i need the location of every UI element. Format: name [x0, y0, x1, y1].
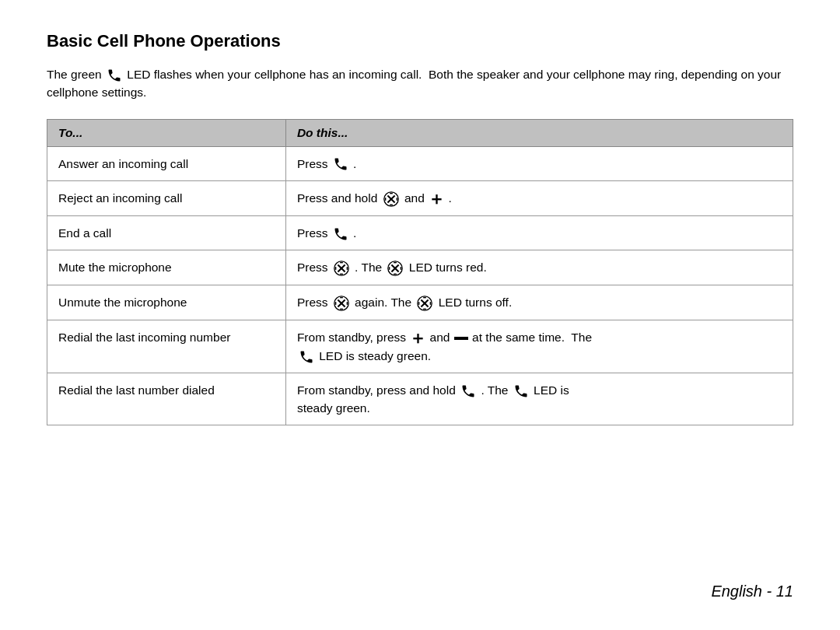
- page-title: Basic Cell Phone Operations: [47, 31, 793, 51]
- table-row: Unmute the microphone Press again. The L…: [47, 285, 793, 320]
- mute-icon: [333, 295, 350, 312]
- dash-icon: [454, 337, 468, 340]
- phone-icon: [299, 349, 314, 365]
- row-to: Mute the microphone: [47, 250, 286, 285]
- page-number: English - 11: [711, 583, 793, 600]
- mute-icon: [387, 260, 404, 277]
- phone-icon: [333, 226, 348, 242]
- intro-text: The green LED flashes when your cellphon…: [47, 65, 793, 102]
- mute-icon: [333, 260, 350, 277]
- table-row: Mute the microphone Press . The LED turn…: [47, 250, 793, 285]
- plus-icon: ＋: [409, 330, 426, 347]
- row-do: From standby, press and hold . The LED i…: [285, 373, 793, 425]
- row-to: Answer an incoming call: [47, 146, 286, 180]
- mute-icon: [416, 295, 433, 312]
- plus-icon: ＋: [428, 191, 445, 208]
- table-row: Answer an incoming call Press .: [47, 146, 793, 180]
- phone-icon: [460, 383, 476, 399]
- row-do: From standby, press ＋ and at the same ti…: [285, 320, 793, 373]
- operations-table: To... Do this... Answer an incoming call…: [47, 119, 793, 426]
- col-header-to: To...: [47, 119, 286, 146]
- row-do: Press .: [285, 215, 793, 250]
- table-row: Redial the last number dialed From stand…: [47, 373, 793, 425]
- phone-icon-intro: [107, 68, 122, 83]
- col-header-do: Do this...: [285, 119, 793, 146]
- row-to: Redial the last number dialed: [47, 373, 286, 425]
- row-to: Unmute the microphone: [47, 285, 286, 320]
- row-to: Redial the last incoming number: [47, 320, 286, 373]
- mute-icon: [383, 191, 400, 208]
- row-to: End a call: [47, 215, 286, 250]
- table-row: Redial the last incoming number From sta…: [47, 320, 793, 373]
- table-row: Reject an incoming call Press and hold a…: [47, 180, 793, 215]
- phone-icon: [333, 156, 348, 172]
- table-row: End a call Press .: [47, 215, 793, 250]
- row-to: Reject an incoming call: [47, 180, 286, 215]
- row-do: Press again. The LED turns off.: [285, 285, 793, 320]
- row-do: Press . The LED turns red.: [285, 250, 793, 285]
- row-do: Press and hold and ＋ .: [285, 180, 793, 215]
- phone-icon: [513, 383, 529, 399]
- row-do: Press .: [285, 146, 793, 180]
